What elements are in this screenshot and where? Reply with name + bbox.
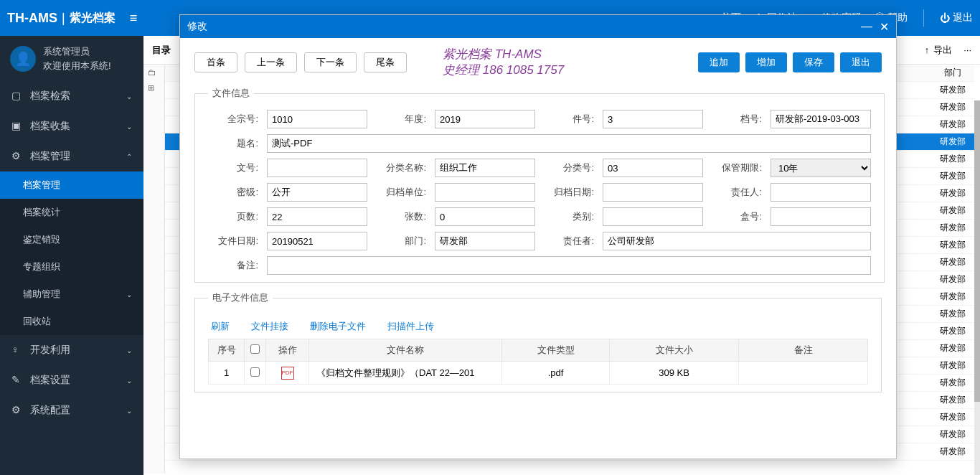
- label-bm: 部门:: [376, 235, 426, 248]
- input-tm[interactable]: [267, 134, 871, 153]
- last-button[interactable]: 尾条: [364, 52, 407, 72]
- cell-dept: 研发部: [931, 239, 974, 251]
- cell-remark: [739, 362, 868, 385]
- delete-efile-link[interactable]: 删除电子文件: [310, 320, 366, 333]
- expand-icon[interactable]: [143, 80, 164, 95]
- input-hh[interactable]: [771, 207, 871, 226]
- cell-dept: 研发部: [931, 428, 974, 441]
- input-bz[interactable]: [267, 256, 871, 275]
- input-zrr[interactable]: [771, 183, 871, 202]
- label-flh: 分类号:: [544, 161, 594, 174]
- cell-dept: 研发部: [931, 291, 974, 303]
- cell-dept: 研发部: [931, 153, 974, 165]
- menu-search[interactable]: ▢档案检索⌄: [0, 81, 143, 111]
- link-icon: ⚙: [11, 150, 23, 161]
- pdf-icon[interactable]: PDF: [281, 367, 294, 380]
- tree-panel: [143, 65, 165, 474]
- row-checkbox[interactable]: [250, 367, 260, 377]
- minimize-icon[interactable]: —: [861, 20, 872, 34]
- sub-recycle[interactable]: 回收站: [0, 308, 143, 335]
- cell-dept: 研发部: [931, 273, 974, 286]
- label-jh: 件号:: [544, 113, 594, 126]
- add-button[interactable]: 增加: [745, 52, 787, 72]
- input-dh[interactable]: [771, 110, 871, 128]
- sub-manage[interactable]: 档案管理: [0, 171, 143, 199]
- cell-dept: 研发部: [931, 411, 974, 423]
- input-mj[interactable]: [267, 183, 367, 202]
- close-icon[interactable]: ✕: [880, 20, 889, 34]
- first-button[interactable]: 首条: [194, 52, 237, 72]
- logo-sub: 紫光档案: [70, 11, 116, 26]
- menu-settings[interactable]: ✎档案设置⌄: [0, 365, 143, 395]
- check-all[interactable]: [250, 344, 260, 354]
- chevron-up-icon: ⌃: [126, 153, 132, 161]
- logout-button[interactable]: ⏻退出: [940, 11, 973, 24]
- sub-stats[interactable]: 档案统计: [0, 199, 143, 226]
- label-lb: 类别:: [544, 210, 594, 223]
- more-button[interactable]: ···: [963, 44, 971, 55]
- folder-icon[interactable]: [143, 65, 164, 80]
- efile-header-row: 序号 操作 文件名称 文件类型 文件大小 备注: [209, 339, 868, 362]
- label-wjrq: 文件日期:: [208, 235, 258, 248]
- select-bgqx[interactable]: 10年: [771, 159, 871, 177]
- input-zs[interactable]: [435, 207, 535, 226]
- inbox-icon: ▣: [11, 120, 23, 131]
- sub-topic[interactable]: 专题组织: [0, 253, 143, 281]
- cell-dept: 研发部: [931, 84, 974, 96]
- menu-develop[interactable]: ♀开发利用⌄: [0, 335, 143, 365]
- chevron-down-icon: ⌄: [126, 347, 132, 354]
- input-gddw[interactable]: [435, 183, 535, 202]
- cell-dept: 研发部: [931, 342, 974, 354]
- exit-button[interactable]: 退出: [840, 52, 882, 72]
- cell-dept: 研发部: [931, 446, 974, 458]
- bulb-icon: ♀: [11, 344, 23, 355]
- book-icon: ▢: [11, 90, 23, 101]
- input-flh[interactable]: [603, 159, 703, 177]
- input-year[interactable]: [435, 110, 535, 128]
- menu-toggle-icon[interactable]: ≡: [130, 11, 138, 26]
- efile-table: 序号 操作 文件名称 文件类型 文件大小 备注 1 PDF 《归档文件整理规: [208, 339, 868, 385]
- cell-dept: 研发部: [931, 118, 974, 131]
- scrollbar-thumb[interactable]: [974, 100, 980, 402]
- input-wh[interactable]: [267, 159, 367, 177]
- tab-catalog[interactable]: 目录: [152, 44, 171, 57]
- cell-dept: 研发部: [931, 136, 974, 148]
- export-button[interactable]: ↑ 导出 ···: [925, 44, 971, 57]
- input-ys[interactable]: [267, 207, 367, 226]
- efile-fieldset: 电子文件信息 刷新 文件挂接 删除电子文件 扫描件上传 序号 操作 文件名称 文…: [194, 291, 882, 392]
- save-button[interactable]: 保存: [793, 52, 834, 72]
- cell-size: 309 KB: [610, 362, 739, 385]
- scan-upload-link[interactable]: 扫描件上传: [387, 320, 434, 333]
- menu-manage[interactable]: ⚙档案管理⌃: [0, 141, 143, 171]
- nav-row: 首条 上一条 下一条 尾条 紫光档案 TH-AMS 史经理 186 1085 1…: [194, 47, 882, 78]
- sub-destroy[interactable]: 鉴定销毁: [0, 226, 143, 253]
- pencil-icon: ✎: [11, 374, 23, 385]
- input-jh[interactable]: [603, 110, 703, 128]
- chevron-down-icon: ⌄: [126, 123, 132, 131]
- menu-config[interactable]: ⚙系统配置⌄: [0, 395, 143, 425]
- input-gdrq[interactable]: [603, 183, 703, 202]
- chevron-down-icon: ⌄: [126, 377, 132, 385]
- efile-row[interactable]: 1 PDF 《归档文件整理规则》（DAT 22—201 .pdf 309 KB: [209, 362, 868, 385]
- label-ys: 页数:: [208, 210, 258, 223]
- label-gdrq: 归档日期:: [544, 186, 594, 199]
- append-button[interactable]: 追加: [698, 52, 740, 72]
- sub-aux[interactable]: 辅助管理⌄: [0, 281, 143, 308]
- input-lb[interactable]: [603, 207, 703, 226]
- menu-collect[interactable]: ▣档案收集⌄: [0, 111, 143, 141]
- cell-type: .pdf: [502, 362, 610, 385]
- input-qzh[interactable]: [267, 110, 367, 128]
- gear-icon: ⚙: [11, 404, 23, 415]
- prev-button[interactable]: 上一条: [245, 52, 297, 72]
- link-file-link[interactable]: 文件挂接: [251, 320, 288, 333]
- input-bm[interactable]: [435, 232, 535, 250]
- input-zrz[interactable]: [603, 232, 871, 250]
- input-flmc[interactable]: [435, 159, 535, 177]
- modal-title-text: 修改: [187, 20, 207, 33]
- input-wjrq[interactable]: [267, 232, 367, 250]
- cell-seq: 1: [209, 362, 245, 385]
- user-name: 系统管理员: [43, 44, 111, 59]
- chevron-down-icon: ⌄: [126, 93, 132, 100]
- next-button[interactable]: 下一条: [304, 52, 357, 72]
- refresh-link[interactable]: 刷新: [211, 320, 230, 333]
